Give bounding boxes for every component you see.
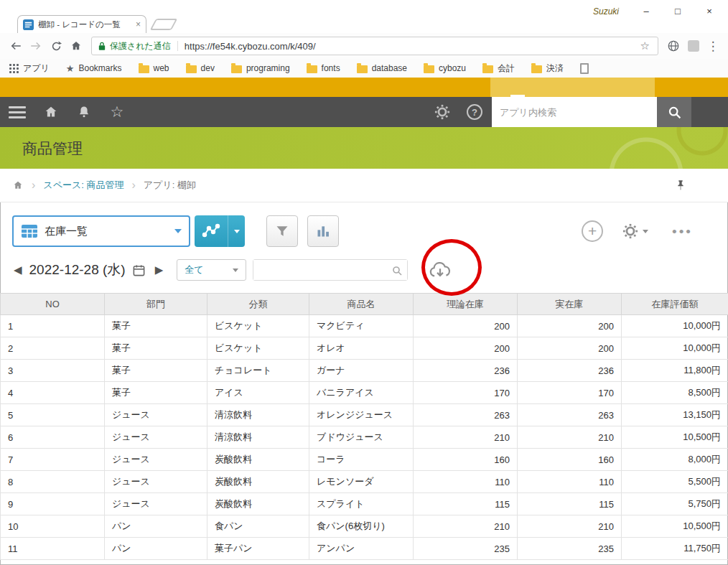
security-label: 保護された通信 — [110, 40, 171, 52]
bookmark-folder[interactable]: dev — [186, 63, 215, 73]
bookmark-folder[interactable]: web — [139, 63, 169, 73]
column-header[interactable]: NO — [1, 294, 105, 315]
table-cell: パン — [105, 515, 207, 538]
chevron-down-icon — [643, 230, 648, 233]
table-cell: 清涼飲料 — [207, 426, 309, 449]
pin-icon[interactable] — [676, 179, 716, 191]
column-header[interactable]: 実在庫 — [518, 294, 622, 315]
tab-close-icon[interactable]: × — [136, 19, 141, 29]
favorites-star-icon[interactable]: ☆ — [101, 97, 134, 127]
tab-title: 棚卸 - レコードの一覧 — [38, 19, 131, 30]
prev-day-icon[interactable]: ◀ — [14, 263, 22, 276]
table-row[interactable]: 1菓子ビスケットマクビティ20020010,000円 — [1, 315, 728, 337]
table-row[interactable]: 3菓子チョコレートガーナ23623611,800円 — [1, 360, 728, 382]
calendar-icon[interactable] — [132, 263, 146, 277]
bookmark-folder[interactable]: fonts — [307, 63, 340, 73]
bookmark-folder[interactable]: programing — [231, 63, 290, 73]
portal-home-icon[interactable] — [34, 97, 67, 127]
table-row[interactable]: 2菓子ビスケットオレオ20020010,000円 — [1, 337, 728, 360]
more-options-button[interactable]: ••• — [672, 225, 693, 238]
folder-icon — [231, 65, 242, 73]
breadcrumb-home-icon[interactable] — [12, 179, 24, 191]
add-record-button[interactable]: + — [582, 220, 603, 242]
table-cell: コーラ — [309, 449, 414, 471]
settings-gear-icon[interactable] — [427, 104, 457, 120]
bookmark-folder[interactable]: 会計 — [482, 62, 515, 75]
column-header[interactable]: 部門 — [105, 294, 207, 315]
table-cell: 炭酸飲料 — [207, 493, 309, 515]
record-search-input[interactable] — [253, 260, 407, 280]
browser-menu-icon[interactable]: ⋮ — [704, 39, 722, 54]
chevron-down-icon — [233, 269, 238, 272]
table-cell: 10,500円 — [622, 426, 728, 449]
table-cell: ブドウジュース — [309, 426, 414, 449]
kintone-header: ☆ ? — [0, 97, 728, 127]
scope-dropdown[interactable]: 全て — [177, 259, 246, 281]
table-cell: 210 — [414, 426, 518, 449]
bookmark-folder[interactable]: 決済 — [531, 62, 564, 75]
minimize-button[interactable]: – — [630, 1, 662, 20]
hamburger-menu-icon[interactable] — [9, 106, 26, 118]
filter-button[interactable] — [266, 215, 298, 247]
extension-globe-icon[interactable] — [663, 39, 683, 52]
bookmark-folder[interactable]: cybozu — [424, 63, 466, 73]
table-row[interactable]: 8ジュース炭酸飲料レモンソーダ1101105,500円 — [1, 471, 728, 493]
table-row[interactable]: 9ジュース炭酸飲料スプライト1151155,750円 — [1, 493, 728, 515]
new-tab-button[interactable] — [150, 19, 178, 30]
records-tbody: 1菓子ビスケットマクビティ20020010,000円2菓子ビスケットオレオ200… — [1, 315, 728, 560]
notifications-bell-icon[interactable] — [67, 97, 101, 127]
folder-icon — [139, 65, 149, 73]
maximize-button[interactable]: □ — [662, 1, 694, 20]
table-row[interactable]: 4菓子アイスバニラアイス1701708,500円 — [1, 382, 728, 404]
table-cell: 6 — [1, 426, 105, 449]
table-row[interactable]: 10パン食パン食パン(6枚切り)21021010,500円 — [1, 515, 728, 538]
table-row[interactable]: 11パン菓子パンアンパン23523511,750円 — [1, 538, 728, 560]
next-day-icon[interactable]: ▶ — [155, 263, 164, 276]
app-search-input[interactable] — [492, 97, 657, 127]
bookmark-page[interactable] — [580, 63, 589, 74]
home-icon[interactable] — [66, 36, 86, 56]
chevron-down-icon[interactable] — [228, 215, 245, 247]
browser-tab[interactable]: 棚卸 - レコードの一覧 × — [17, 15, 146, 33]
table-cell: 236 — [414, 360, 518, 382]
table-row[interactable]: 5ジュース清涼飲料オレンジジュース26326313,150円 — [1, 404, 728, 426]
breadcrumb-space-link[interactable]: スペース: 商品管理 — [43, 179, 123, 192]
column-header[interactable]: 分類 — [207, 294, 309, 315]
bookmark-folders: webdevprogramingfontsdatabasecybozu会計決済 — [139, 62, 581, 75]
help-icon[interactable]: ? — [467, 104, 482, 120]
chart-button[interactable] — [307, 215, 339, 247]
bookmarks-shortcut[interactable]: ★ Bookmarks — [66, 63, 122, 74]
table-cell: 5,750円 — [622, 493, 728, 515]
app-search-button[interactable] — [657, 97, 691, 127]
folder-icon — [482, 65, 493, 73]
records-table: NO部門分類商品名理論在庫実在庫在庫評価額 1菓子ビスケットマクビティ20020… — [0, 293, 728, 560]
column-header[interactable]: 理論在庫 — [414, 294, 518, 315]
bookmark-star-icon[interactable]: ☆ — [639, 39, 651, 52]
cloud-download-icon[interactable] — [427, 261, 453, 280]
close-button[interactable]: × — [694, 1, 725, 20]
table-cell: 8 — [1, 471, 105, 493]
table-cell: 10,000円 — [622, 315, 728, 337]
theme-band — [0, 78, 728, 97]
bookmark-folder[interactable]: database — [357, 63, 407, 73]
table-row[interactable]: 6ジュース清涼飲料ブドウジュース21021010,500円 — [1, 426, 728, 449]
column-header[interactable]: 在庫評価額 — [622, 294, 728, 315]
table-cell: 115 — [518, 493, 622, 515]
apps-shortcut[interactable]: アプリ — [9, 62, 50, 75]
app-settings-button[interactable] — [622, 223, 648, 239]
browser-navbar: 保護された通信 https://fe54k.cybozu.com/k/409/ … — [0, 33, 728, 59]
chevron-down-icon — [174, 229, 182, 233]
forward-icon[interactable] — [26, 36, 46, 56]
search-icon[interactable] — [391, 265, 403, 279]
table-cell: バニラアイス — [309, 382, 414, 404]
breadcrumb-separator: › — [32, 179, 35, 192]
extension-icon[interactable] — [683, 40, 704, 52]
address-bar[interactable]: 保護された通信 https://fe54k.cybozu.com/k/409/ … — [91, 37, 658, 55]
column-header[interactable]: 商品名 — [309, 294, 414, 315]
browser-window: Suzuki – □ × 棚卸 - レコードの一覧 × 保護された通信 http… — [0, 0, 728, 565]
reload-icon[interactable] — [46, 36, 66, 56]
back-icon[interactable] — [6, 36, 26, 56]
graph-button[interactable] — [195, 215, 245, 247]
view-selector[interactable]: 在庫一覧 — [12, 215, 190, 247]
table-row[interactable]: 7ジュース炭酸飲料コーラ1601608,000円 — [1, 449, 728, 471]
